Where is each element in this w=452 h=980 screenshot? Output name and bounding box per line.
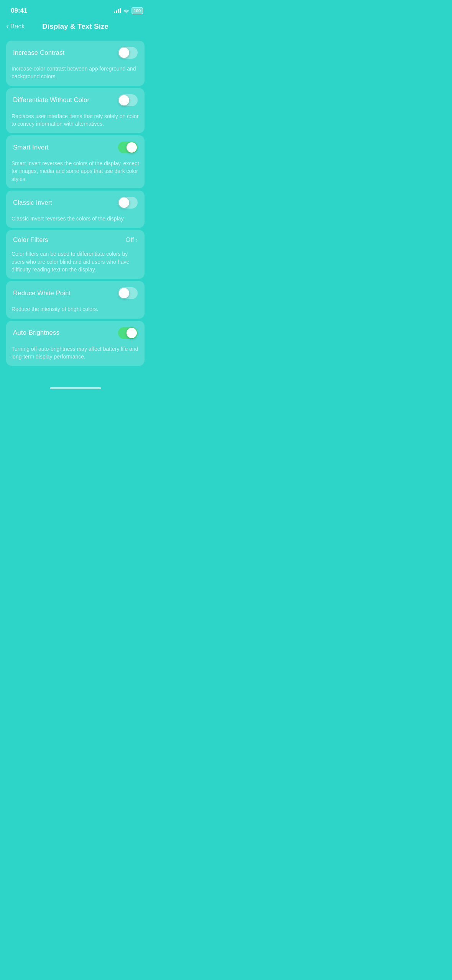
setting-row-color-filters[interactable]: Color Filters Off › [6,230,145,250]
setting-card-color-filters: Color Filters Off › Color filters can be… [6,230,145,279]
setting-row-smart-invert: Smart Invert [6,135,145,159]
settings-content: Increase Contrast Increase color contras… [0,37,151,380]
toggle-differentiate-without-color[interactable] [118,94,138,106]
color-filters-value: Off [125,236,134,244]
setting-label-differentiate-without-color: Differentiate Without Color [13,96,89,104]
back-chevron-icon: ‹ [6,22,9,31]
signal-icon [114,8,121,13]
setting-description-smart-invert: Smart Invert reverses the colors of the … [6,159,145,188]
setting-label-reduce-white-point: Reduce White Point [13,289,71,297]
setting-card-auto-brightness: Auto-Brightness Turning off auto-brightn… [6,321,145,366]
setting-row-reduce-white-point: Reduce White Point [6,281,145,305]
toggle-thumb-differentiate-without-color [119,95,129,105]
status-icons: 100 [114,7,143,14]
home-indicator [0,380,151,393]
toggle-thumb-auto-brightness [127,328,137,338]
back-label: Back [10,23,25,30]
status-bar: 09:41 100 [0,0,151,19]
setting-card-increase-contrast: Increase Contrast Increase color contras… [6,41,145,86]
setting-row-auto-brightness: Auto-Brightness [6,321,145,345]
back-button[interactable]: ‹ Back [6,22,25,31]
toggle-thumb-increase-contrast [119,48,129,58]
disclosure-chevron-icon: › [136,237,138,243]
status-time: 09:41 [11,7,27,15]
setting-card-reduce-white-point: Reduce White Point Reduce the intensity … [6,281,145,318]
color-filters-disclosure: Off › [125,236,138,244]
setting-description-reduce-white-point: Reduce the intensity of bright colors. [6,305,145,318]
toggle-auto-brightness[interactable] [118,327,138,339]
setting-description-increase-contrast: Increase color contrast between app fore… [6,65,145,86]
toggle-reduce-white-point[interactable] [118,287,138,299]
toggle-thumb-reduce-white-point [119,288,129,298]
setting-description-auto-brightness: Turning off auto-brightness may affect b… [6,345,145,366]
toggle-thumb-smart-invert [127,142,137,153]
setting-card-classic-invert: Classic Invert Classic Invert reverses t… [6,191,145,228]
setting-label-smart-invert: Smart Invert [13,144,49,151]
battery-level: 100 [134,8,141,13]
setting-description-differentiate-without-color: Replaces user interface items that rely … [6,112,145,133]
setting-row-classic-invert: Classic Invert [6,191,145,215]
battery-icon: 100 [131,7,143,14]
setting-card-differentiate-without-color: Differentiate Without Color Replaces use… [6,88,145,133]
home-bar [50,387,101,389]
wifi-icon [123,8,129,13]
setting-description-classic-invert: Classic Invert reverses the colors of th… [6,215,145,228]
toggle-smart-invert[interactable] [118,141,138,153]
setting-description-color-filters: Color filters can be used to differentia… [6,250,145,279]
setting-label-color-filters: Color Filters [13,236,48,244]
nav-bar: ‹ Back Display & Text Size [0,19,151,37]
toggle-classic-invert[interactable] [118,197,138,209]
setting-card-smart-invert: Smart Invert Smart Invert reverses the c… [6,135,145,188]
setting-row-differentiate-without-color: Differentiate Without Color [6,88,145,112]
setting-label-increase-contrast: Increase Contrast [13,49,64,57]
setting-label-auto-brightness: Auto-Brightness [13,329,59,337]
setting-label-classic-invert: Classic Invert [13,199,52,207]
setting-row-increase-contrast: Increase Contrast [6,41,145,65]
toggle-thumb-classic-invert [119,197,129,208]
toggle-increase-contrast[interactable] [118,47,138,59]
page-title: Display & Text Size [42,22,108,31]
